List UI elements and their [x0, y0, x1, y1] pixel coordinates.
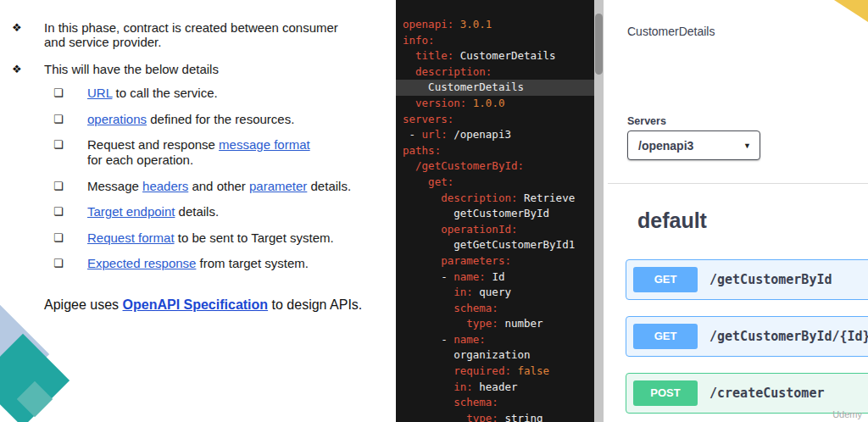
code-line: paths: [396, 143, 604, 159]
detail-item: ❏Request format to be sent to Target sys… [53, 230, 369, 246]
method-badge: POST [633, 380, 698, 406]
editor-scrollbar[interactable] [594, 0, 604, 422]
method-badge: GET [633, 324, 698, 349]
code-token: 1.0.0 [466, 97, 504, 109]
code-token: description: [415, 65, 492, 78]
code-token: url: [422, 128, 448, 141]
text-segment: for each operation. [87, 153, 193, 167]
code-line: description: Retrieve [396, 191, 604, 207]
square-bullet-icon: ❏ [53, 179, 65, 194]
scrollbar-thumb[interactable] [595, 14, 603, 75]
summary-line: Apigee uses OpenAPI Specification to des… [44, 297, 362, 313]
code-token: get: [428, 175, 453, 188]
code-token: schema: [453, 396, 498, 408]
inline-link[interactable]: URL [87, 86, 112, 100]
inline-link[interactable]: headers [142, 179, 188, 193]
servers-dropdown[interactable]: /openapi3 ▼ [627, 130, 760, 160]
code-token: title: [415, 49, 453, 62]
operation-row[interactable]: POST/createCustomer [626, 373, 868, 414]
code-token: number [498, 317, 543, 330]
code-token: CustomerDetails [403, 81, 524, 93]
code-token [403, 380, 453, 393]
operation-row[interactable]: GET/getCustomerById/{Id} [626, 316, 868, 357]
code-token [403, 412, 466, 422]
inline-link[interactable]: Request format [87, 230, 175, 245]
diamond-bullet-icon: ❖ [12, 20, 24, 49]
detail-text: Expected response from target system. [87, 256, 309, 271]
bullet-item: ❖ In this phase, contract is created bet… [12, 20, 393, 49]
code-line: parameters: [396, 253, 604, 269]
code-line: required: false [396, 364, 604, 380]
code-line: /getCustomerById: [396, 158, 604, 175]
code-token [403, 317, 466, 330]
text-segment: Apigee uses [44, 297, 123, 312]
text-segment: details. [307, 179, 351, 193]
code-line: CustomerDetails [396, 80, 604, 96]
inline-link[interactable]: OpenAPI Specification [123, 297, 269, 312]
code-token: in: [453, 286, 473, 298]
code-token: openapi: [403, 18, 453, 31]
inline-link[interactable]: operations [87, 112, 147, 126]
code-token: name: [453, 333, 486, 346]
square-bullet-icon: ❏ [53, 230, 65, 246]
code-line: get: [396, 175, 604, 191]
code-token: type: [466, 317, 498, 330]
code-line: in: header [396, 380, 604, 396]
code-token: Retrieve [517, 192, 575, 204]
code-token: parameters: [441, 254, 511, 267]
code-token: type: [466, 412, 498, 422]
text-segment: to call the service. [112, 86, 217, 100]
operation-row[interactable]: GET/getCustomerById [626, 259, 868, 300]
text-segment: Message [87, 179, 142, 193]
code-token: false [511, 364, 549, 377]
code-token: - [403, 333, 453, 346]
inline-link[interactable]: Target endpoint [87, 204, 175, 219]
code-line: schema: [396, 301, 604, 317]
text-segment: and other [188, 179, 249, 193]
code-token: /getCustomerById: [415, 159, 524, 172]
text-segment: details. [175, 204, 219, 219]
detail-text: URL to call the service. [87, 86, 218, 101]
code-line: in: query [396, 285, 604, 301]
code-token: Id [486, 270, 505, 283]
code-token [403, 302, 453, 314]
code-token: - [403, 128, 422, 141]
code-line: type: number [396, 316, 604, 332]
operation-path: /getCustomerById [709, 272, 832, 287]
code-line: getCustomerById [396, 206, 604, 222]
detail-item: ❏Target endpoint details. [53, 204, 369, 219]
code-token: servers: [403, 113, 453, 125]
code-token [403, 254, 441, 267]
server-selected-value: /openapi3 [638, 139, 693, 153]
section-divider [608, 183, 868, 184]
code-token [403, 223, 441, 236]
bullet-text: This will have the below details [44, 62, 393, 76]
yaml-editor-panel[interactable]: openapi: 3.0.1info: title: CustomerDetai… [396, 0, 604, 422]
code-token: name: [453, 270, 486, 283]
code-token [403, 65, 415, 78]
code-line: schema: [396, 395, 604, 411]
square-bullet-icon: ❏ [53, 86, 65, 101]
yaml-code: openapi: 3.0.1info: title: CustomerDetai… [396, 0, 604, 422]
code-token [403, 49, 415, 62]
code-token: required: [453, 364, 511, 377]
code-token [403, 396, 453, 408]
code-token: /openapi3 [448, 128, 511, 141]
code-line: version: 1.0.0 [396, 96, 604, 112]
slide: ❖ In this phase, contract is created bet… [0, 0, 868, 422]
inline-link[interactable]: message format [219, 137, 310, 152]
text-segment: to design APIs. [268, 297, 362, 312]
code-token: operationId: [441, 223, 517, 236]
inline-link[interactable]: Expected response [87, 256, 196, 270]
code-token: query [473, 286, 511, 298]
detail-text: Target endpoint details. [87, 204, 219, 219]
code-line: - name: [396, 332, 604, 348]
code-token [403, 364, 453, 377]
api-title: CustomerDetails [627, 25, 715, 38]
text-segment: from target system. [196, 256, 309, 270]
detail-item: ❏Expected response from target system. [53, 256, 369, 271]
square-bullet-icon: ❏ [53, 137, 65, 168]
inline-link[interactable]: parameter [249, 179, 307, 193]
code-token: getCustomerById [403, 207, 549, 219]
code-line: getGetCustomerById1 [396, 237, 604, 253]
